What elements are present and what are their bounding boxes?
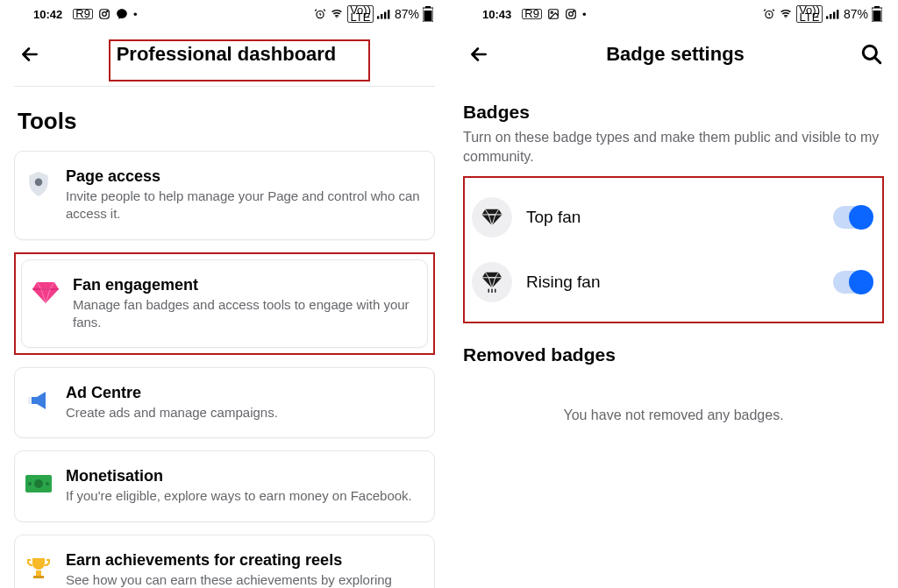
- card-title: Fan engagement: [73, 276, 415, 294]
- status-time: 10:42: [33, 8, 62, 21]
- screen-badge-settings: 10:43 R9 • Vo))LTE 87%: [449, 0, 898, 588]
- svg-rect-6: [384, 12, 386, 19]
- svg-point-23: [574, 11, 574, 11]
- volte-icon: Vo))LTE: [796, 5, 823, 23]
- rising-diamond-icon: [472, 262, 512, 302]
- svg-point-16: [46, 482, 49, 485]
- badge-label: Rising fan: [526, 273, 819, 292]
- badges-description: Turn on these badge types and make them …: [463, 128, 884, 166]
- card-title: Ad Centre: [66, 384, 422, 402]
- svg-rect-25: [826, 16, 828, 18]
- svg-rect-5: [381, 14, 382, 19]
- card-title: Earn achievements for creating reels: [66, 551, 422, 570]
- svg-rect-31: [873, 11, 881, 21]
- signal-icon: [826, 8, 840, 20]
- svg-point-11: [35, 179, 43, 187]
- battery-percent: 87%: [395, 7, 419, 21]
- svg-rect-4: [377, 16, 379, 18]
- status-bar: 10:42 R9 • Vo))LTE 87%: [0, 0, 449, 26]
- badge-row-top-fan: Top fan: [470, 185, 873, 250]
- page-title: Professional dashboard: [51, 43, 402, 66]
- tool-monetisation[interactable]: Monetisation If you're eligible, explore…: [14, 450, 435, 521]
- svg-point-14: [34, 479, 43, 488]
- shield-icon: [24, 169, 53, 199]
- screen-professional-dashboard: 10:42 R9 • Vo))LTE 87%: [0, 0, 449, 588]
- alarm-icon: [314, 8, 326, 20]
- diamond-icon: [31, 278, 61, 308]
- tool-achievements[interactable]: Earn achievements for creating reels See…: [14, 535, 435, 589]
- battery-icon: [872, 6, 882, 22]
- dot-icon: •: [133, 8, 138, 21]
- svg-rect-17: [36, 570, 41, 576]
- dot-icon: •: [582, 8, 587, 21]
- svg-rect-26: [830, 14, 831, 19]
- svg-rect-12: [28, 397, 32, 404]
- card-subtitle: Create ads and manage campaigns.: [66, 404, 422, 422]
- battery-icon: [423, 6, 433, 22]
- card-subtitle: If you're eligible, explore ways to earn…: [66, 487, 422, 505]
- volte-icon: Vo))LTE: [347, 5, 374, 23]
- wifi-icon: [330, 8, 344, 20]
- search-button[interactable]: [859, 42, 884, 67]
- trophy-icon: [24, 553, 53, 583]
- page-title: Badge settings: [500, 43, 851, 66]
- tools-heading: Tools: [18, 108, 435, 135]
- highlight-fan-engagement: Fan engagement Manage fan badges and acc…: [14, 252, 435, 356]
- removed-badges-heading: Removed badges: [463, 344, 884, 365]
- megaphone-icon: [24, 386, 53, 415]
- svg-point-1: [103, 12, 107, 17]
- back-button[interactable]: [18, 42, 42, 67]
- card-title: Monetisation: [66, 467, 422, 485]
- header-bar: Professional dashboard: [0, 26, 449, 81]
- money-icon: [24, 469, 53, 499]
- svg-point-15: [28, 482, 32, 485]
- signal-icon: [377, 8, 391, 20]
- gallery-icon: [547, 8, 559, 20]
- instagram-icon: [565, 8, 577, 20]
- badges-heading: Badges: [463, 102, 884, 123]
- svg-rect-28: [837, 10, 838, 18]
- wifi-icon: [779, 8, 793, 20]
- divider: [14, 86, 435, 87]
- status-bar: 10:43 R9 • Vo))LTE 87%: [449, 0, 898, 26]
- svg-rect-7: [388, 10, 389, 18]
- card-subtitle: Invite people to help manage your Page a…: [66, 188, 422, 223]
- instagram-icon: [98, 8, 110, 20]
- battery-percent: 87%: [844, 7, 868, 21]
- messenger-icon: [116, 8, 128, 20]
- badge-row-rising-fan: Rising fan: [470, 250, 873, 315]
- back-button[interactable]: [467, 42, 491, 67]
- svg-rect-10: [424, 11, 432, 21]
- tool-ad-centre[interactable]: Ad Centre Create ads and manage campaign…: [14, 367, 435, 438]
- svg-rect-27: [833, 12, 835, 19]
- tool-fan-engagement[interactable]: Fan engagement Manage fan badges and acc…: [21, 259, 428, 349]
- svg-point-22: [569, 12, 574, 17]
- toggle-rising-fan[interactable]: [833, 271, 872, 294]
- keyboard-icon: R9: [73, 9, 93, 19]
- removed-badges-empty: You have not removed any badges.: [463, 407, 884, 423]
- tool-page-access[interactable]: Page access Invite people to help manage…: [14, 151, 435, 240]
- card-title: Page access: [66, 167, 422, 186]
- badge-label: Top fan: [526, 208, 819, 227]
- header-bar: Badge settings: [449, 26, 898, 81]
- diamond-icon: [472, 197, 512, 237]
- alarm-icon: [763, 8, 775, 20]
- highlight-badge-list: Top fan Rising fan: [463, 176, 884, 323]
- svg-point-20: [551, 11, 552, 13]
- svg-point-2: [107, 11, 108, 11]
- card-subtitle: See how you can earn these achievements …: [66, 571, 422, 589]
- svg-rect-18: [33, 576, 44, 578]
- toggle-top-fan[interactable]: [833, 206, 872, 229]
- keyboard-icon: R9: [522, 9, 542, 19]
- card-subtitle: Manage fan badges and access tools to en…: [73, 296, 415, 332]
- status-time: 10:43: [482, 8, 511, 21]
